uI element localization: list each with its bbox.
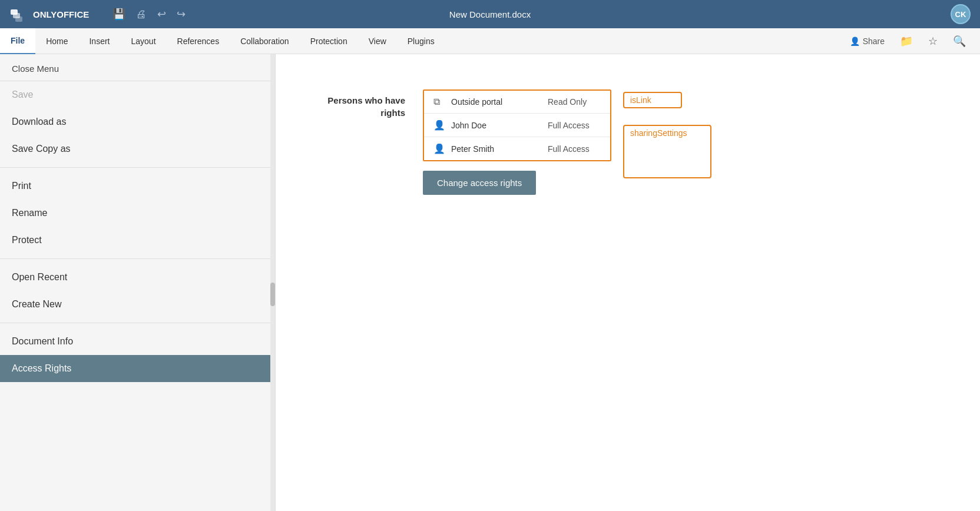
- content-area: Persons who haverights ⧉ Outside portal …: [276, 54, 980, 511]
- title-bar-right: CK: [951, 4, 971, 24]
- link-icon: ⧉: [433, 97, 445, 107]
- sidebar-item-print-label: Print: [12, 181, 31, 191]
- undo-icon[interactable]: ↩: [157, 8, 166, 21]
- folder-icon[interactable]: 📁: [895, 32, 918, 50]
- sidebar-item-access-rights[interactable]: Access Rights: [0, 355, 275, 382]
- john-doe-name: John Doe: [451, 121, 542, 130]
- menu-item-view[interactable]: View: [358, 28, 397, 54]
- title-bar-icons: 💾 🖨 ↩ ↪: [112, 8, 186, 21]
- is-link-badge: isLink: [623, 92, 682, 108]
- sidebar-item-rename[interactable]: Rename: [0, 200, 275, 227]
- divider-2: [0, 258, 275, 259]
- redo-icon[interactable]: ↪: [177, 8, 186, 21]
- sidebar-item-protect[interactable]: Protect: [0, 227, 275, 254]
- outside-portal-access: Read Only: [548, 97, 601, 107]
- user-icon-john: 👤: [433, 120, 445, 131]
- svg-rect-2: [15, 16, 22, 22]
- scrollbar-thumb[interactable]: [270, 283, 275, 306]
- rights-row-john-doe: 👤 John Doe Full Access: [424, 114, 610, 137]
- close-menu-item[interactable]: Close Menu: [0, 54, 275, 81]
- sidebar-item-save-copy-as[interactable]: Save Copy as: [0, 135, 275, 162]
- scrollbar-track: [270, 54, 275, 511]
- sidebar-item-document-info[interactable]: Document Info: [0, 328, 275, 355]
- sidebar-item-protect-label: Protect: [12, 235, 42, 245]
- divider-3: [0, 323, 275, 323]
- sidebar-item-print[interactable]: Print: [0, 172, 275, 200]
- user-avatar[interactable]: CK: [951, 4, 971, 24]
- menu-item-insert[interactable]: Insert: [78, 28, 120, 54]
- sharing-settings-badge: sharingSettings: [623, 125, 711, 178]
- menu-item-layout[interactable]: Layout: [121, 28, 167, 54]
- sidebar-section-2: Print Rename Protect: [0, 172, 275, 254]
- menu-item-home[interactable]: Home: [35, 28, 78, 54]
- rights-table: ⧉ Outside portal Read Only 👤 John Doe Fu…: [423, 89, 611, 161]
- rights-panel: ⧉ Outside portal Read Only 👤 John Doe Fu…: [423, 89, 611, 195]
- badges-wrapper: ⧉ Outside portal Read Only 👤 John Doe Fu…: [423, 89, 611, 195]
- sidebar-item-create-new-label: Create New: [12, 299, 61, 309]
- document-title: New Document.docx: [449, 9, 531, 19]
- menu-bar-right: 👤 Share 📁 ☆ 🔍: [845, 32, 980, 50]
- share-icon: 👤: [850, 36, 860, 46]
- persons-label: Persons who haverights: [311, 89, 405, 119]
- sidebar-item-save-copy-as-label: Save Copy as: [12, 144, 71, 154]
- menu-item-file[interactable]: File: [0, 28, 35, 54]
- access-rights-section: Persons who haverights ⧉ Outside portal …: [311, 89, 945, 195]
- sidebar-item-open-recent[interactable]: Open Recent: [0, 264, 275, 291]
- logo-text: ONLYOFFICE: [33, 9, 89, 19]
- john-doe-access: Full Access: [548, 121, 601, 130]
- close-menu-label: Close Menu: [12, 64, 59, 74]
- sidebar-item-access-rights-label: Access Rights: [12, 363, 71, 373]
- sidebar-item-save: Save: [0, 81, 275, 108]
- sidebar-item-rename-label: Rename: [12, 208, 47, 218]
- menu-item-protection[interactable]: Protection: [300, 28, 358, 54]
- sidebar-section-3: Open Recent Create New: [0, 264, 275, 318]
- menu-bar: File Home Insert Layout References Colla…: [0, 28, 980, 54]
- user-icon-peter: 👤: [433, 143, 445, 154]
- peter-smith-access: Full Access: [548, 144, 601, 154]
- menu-item-plugins[interactable]: Plugins: [397, 28, 445, 54]
- star-icon[interactable]: ☆: [923, 32, 942, 50]
- menu-item-references[interactable]: References: [167, 28, 230, 54]
- onlyoffice-logo-icon: [9, 5, 28, 24]
- sidebar-item-download-as-label: Download as: [12, 117, 67, 127]
- print-icon[interactable]: 🖨: [136, 8, 147, 21]
- rights-row-outside-portal: ⧉ Outside portal Read Only: [424, 91, 610, 114]
- menu-item-collaboration[interactable]: Collaboration: [230, 28, 300, 54]
- divider-1: [0, 167, 275, 168]
- share-button[interactable]: 👤 Share: [845, 34, 889, 48]
- sidebar-item-document-info-label: Document Info: [12, 336, 73, 346]
- sidebar-item-download-as[interactable]: Download as: [0, 108, 275, 135]
- sidebar-section-4: Document Info Access Rights: [0, 328, 275, 382]
- save-icon[interactable]: 💾: [112, 8, 125, 21]
- title-bar: ONLYOFFICE 💾 🖨 ↩ ↪ New Document.docx CK: [0, 0, 980, 28]
- peter-smith-name: Peter Smith: [451, 144, 542, 154]
- change-access-rights-button[interactable]: Change access rights: [423, 171, 536, 195]
- sidebar: Close Menu Save Download as Save Copy as…: [0, 54, 276, 511]
- sidebar-item-save-label: Save: [12, 89, 33, 99]
- sidebar-item-create-new[interactable]: Create New: [0, 291, 275, 318]
- sidebar-section-1: Save Download as Save Copy as: [0, 81, 275, 162]
- outside-portal-name: Outside portal: [451, 97, 542, 107]
- logo: ONLYOFFICE: [9, 5, 89, 24]
- rights-row-peter-smith: 👤 Peter Smith Full Access: [424, 137, 610, 160]
- share-label: Share: [863, 36, 885, 46]
- sidebar-item-open-recent-label: Open Recent: [12, 272, 67, 282]
- search-icon[interactable]: 🔍: [948, 32, 971, 50]
- main-layout: Close Menu Save Download as Save Copy as…: [0, 54, 980, 511]
